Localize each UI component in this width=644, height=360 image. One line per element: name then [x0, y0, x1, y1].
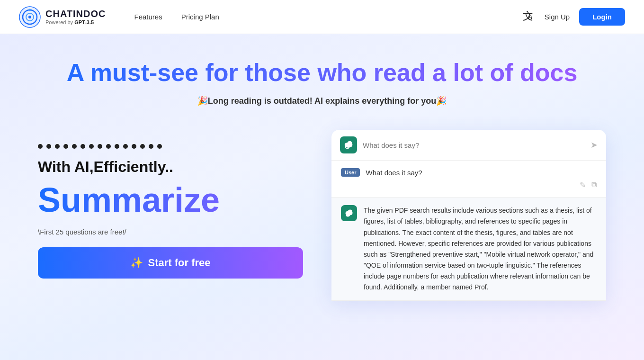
chat-messages: User What does it say? ✎ ⧉	[331, 161, 606, 301]
send-icon[interactable]: ➤	[590, 140, 598, 150]
user-message-text: What does it say?	[366, 169, 422, 177]
signup-button[interactable]: Sign Up	[545, 13, 570, 21]
nav-right: 文 A Sign Up Login	[522, 8, 625, 26]
start-free-button[interactable]: ✨ Start for free	[38, 247, 303, 279]
start-btn-label: Start for free	[148, 257, 210, 269]
svg-point-3	[28, 16, 31, 18]
svg-point-4	[29, 9, 31, 11]
login-button[interactable]: Login	[579, 8, 625, 26]
hero-section: A must-see for those who read a lot of d…	[0, 34, 644, 360]
chat-input[interactable]	[363, 141, 585, 149]
nav-pricing[interactable]: Pricing Plan	[181, 13, 219, 21]
ai-response-text: The given PDF search results include var…	[364, 205, 597, 293]
ai-message: The given PDF search results include var…	[331, 198, 606, 301]
logo-text-block: CHATINDOC Powered by GPT-3.5	[45, 9, 106, 25]
edit-icon[interactable]: ✎	[580, 180, 586, 189]
hero-body: With AI,Efficiently.. Summarize \First 2…	[38, 130, 606, 301]
nav-links: Features Pricing Plan	[134, 13, 219, 21]
copy-icon[interactable]: ⧉	[591, 180, 597, 189]
chat-panel: ➤ User What does it say? ✎ ⧉	[331, 130, 606, 301]
free-questions-text: \First 25 questions are free!/	[38, 228, 331, 236]
sparkle-icon: ✨	[130, 257, 143, 269]
summarize-text: Summarize	[38, 181, 331, 219]
logo-powered: Powered by GPT-3.5	[45, 19, 106, 25]
svg-text:A: A	[528, 13, 532, 21]
logo-icon	[19, 6, 41, 28]
ai-message-body: The given PDF search results include var…	[341, 205, 597, 293]
chat-input-bar: ➤	[331, 130, 606, 161]
translate-icon[interactable]: 文 A	[522, 9, 535, 25]
user-message-header: User What does it say?	[341, 168, 597, 177]
hero-title: A must-see for those who read a lot of d…	[28, 58, 616, 87]
user-message: User What does it say? ✎ ⧉	[331, 161, 606, 198]
navbar: CHATINDOC Powered by GPT-3.5 Features Pr…	[0, 0, 644, 34]
logo-area: CHATINDOC Powered by GPT-3.5	[19, 6, 106, 28]
left-panel: With AI,Efficiently.. Summarize \First 2…	[38, 130, 331, 278]
ai-avatar	[341, 205, 357, 221]
dots-decoration	[38, 144, 237, 149]
nav-features[interactable]: Features	[134, 13, 162, 21]
message-actions: ✎ ⧉	[341, 180, 597, 189]
chatgpt-icon	[340, 136, 357, 153]
with-ai-text: With AI,Efficiently..	[38, 158, 331, 176]
logo-name: CHATINDOC	[45, 9, 106, 19]
user-badge: User	[341, 168, 360, 177]
hero-subtitle: 🎉Long reading is outdated! AI explains e…	[28, 96, 616, 106]
